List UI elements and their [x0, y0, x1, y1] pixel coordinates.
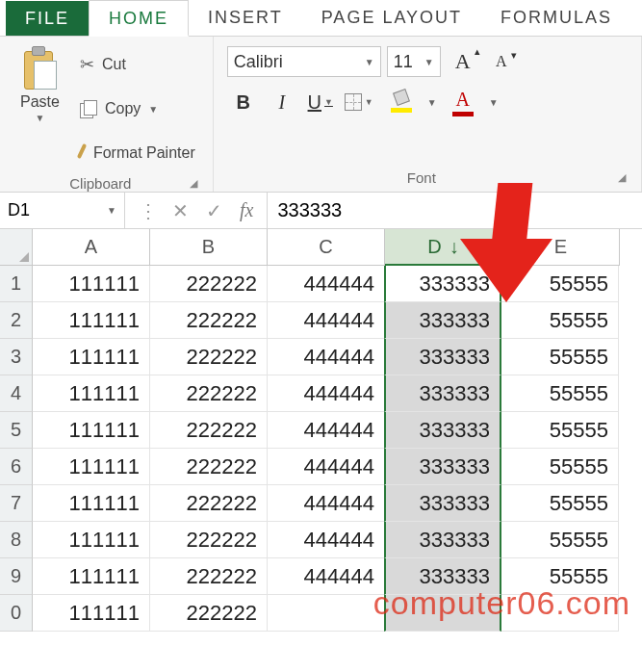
cell[interactable]: 444444	[268, 339, 385, 375]
spreadsheet-grid[interactable]: A B C D ↓ E 1111111222222444444333333555…	[0, 229, 642, 632]
borders-button[interactable]: ▼	[343, 87, 375, 117]
paste-button[interactable]: Paste ▼	[13, 42, 66, 171]
font-color-button[interactable]: A	[443, 87, 483, 117]
cell[interactable]: 222222	[150, 558, 268, 595]
cell[interactable]: 111111	[33, 595, 150, 632]
dialog-launcher-icon[interactable]: ◢	[188, 175, 199, 192]
cell[interactable]: 333333	[384, 449, 501, 485]
cell[interactable]	[268, 595, 385, 632]
cell[interactable]: 222222	[150, 595, 268, 632]
cell[interactable]: 444444	[268, 302, 385, 339]
copy-button[interactable]: Copy ▼	[76, 90, 199, 127]
cut-button[interactable]: Cut	[76, 46, 199, 83]
cell[interactable]: 222222	[150, 339, 268, 375]
cell[interactable]: 222222	[150, 449, 268, 485]
cell[interactable]: 55555	[501, 449, 619, 485]
cell[interactable]: 444444	[268, 449, 385, 485]
fx-icon[interactable]: fx	[240, 199, 253, 221]
cell[interactable]: 333333	[384, 375, 501, 412]
more-icon: ⋮	[139, 199, 155, 222]
cell[interactable]: 333333	[384, 558, 501, 595]
format-painter-button[interactable]: Format Painter	[76, 135, 199, 171]
cell[interactable]: 222222	[150, 375, 268, 412]
cell[interactable]: 55555	[501, 375, 619, 412]
name-box[interactable]: D1 ▼	[0, 193, 125, 228]
font-name-combo[interactable]: Calibri ▼	[227, 46, 381, 77]
column-header-b[interactable]: B	[150, 229, 268, 266]
cell[interactable]: 444444	[268, 412, 385, 449]
cell[interactable]: 111111	[33, 449, 150, 485]
cell[interactable]: 444444	[268, 522, 385, 558]
cell[interactable]: 111111	[33, 302, 150, 339]
row-header[interactable]: 2	[0, 302, 33, 339]
tab-home[interactable]: HOME	[89, 0, 189, 37]
cell[interactable]: 55555	[501, 266, 619, 302]
grow-font-button[interactable]: A▴	[447, 46, 479, 77]
enter-icon[interactable]	[206, 199, 222, 222]
cell[interactable]: 333333	[384, 302, 501, 339]
row-header[interactable]: 7	[0, 485, 33, 522]
cell[interactable]: 222222	[150, 266, 268, 302]
cell[interactable]: 444444	[268, 485, 385, 522]
cell[interactable]: 444444	[268, 375, 385, 412]
chevron-down-icon: ▼	[424, 57, 434, 67]
row-header[interactable]: 9	[0, 558, 33, 595]
cell[interactable]: 55555	[501, 412, 619, 449]
cell[interactable]	[501, 595, 619, 632]
cell[interactable]: 111111	[33, 558, 150, 595]
column-header-d[interactable]: D ↓	[385, 229, 502, 266]
row-header[interactable]: 8	[0, 522, 33, 558]
select-all-corner[interactable]	[0, 229, 33, 266]
row-header[interactable]: 1	[0, 266, 33, 302]
tab-page-layout[interactable]: PAGE LAYOUT	[302, 0, 481, 36]
chevron-down-icon[interactable]: ▼	[489, 97, 499, 108]
dialog-launcher-icon[interactable]: ◢	[616, 169, 628, 186]
cell[interactable]: 55555	[501, 558, 619, 595]
table-row: 0111111222222	[0, 595, 642, 632]
shrink-font-button[interactable]: A▾	[485, 46, 518, 77]
row-header[interactable]: 6	[0, 449, 33, 485]
cell[interactable]: 111111	[33, 412, 150, 449]
row-header[interactable]: 4	[0, 375, 33, 412]
cell[interactable]: 444444	[268, 558, 385, 595]
tab-formulas[interactable]: FORMULAS	[481, 0, 631, 36]
bold-button[interactable]: B	[227, 87, 260, 117]
tab-insert[interactable]: INSERT	[189, 0, 302, 36]
cell[interactable]: 111111	[33, 266, 150, 302]
row-header[interactable]: 3	[0, 339, 33, 375]
cell[interactable]: 55555	[501, 522, 619, 558]
tab-file[interactable]: FILE	[6, 1, 89, 36]
cell[interactable]: 333333	[384, 339, 501, 375]
chevron-down-icon: ▼	[365, 57, 374, 67]
cell[interactable]: 333333	[384, 266, 501, 302]
cell[interactable]: 55555	[501, 485, 619, 522]
formula-input[interactable]: 333333	[268, 193, 642, 228]
cancel-icon[interactable]: ✕	[172, 199, 189, 222]
cell[interactable]: 111111	[33, 375, 150, 412]
italic-button[interactable]: I	[266, 87, 298, 117]
row-header[interactable]: 0	[0, 595, 33, 632]
cell[interactable]: 222222	[150, 412, 268, 449]
font-size-combo[interactable]: 11 ▼	[387, 46, 441, 77]
fill-color-button[interactable]	[381, 87, 422, 117]
cell[interactable]: 333333	[384, 485, 501, 522]
row-header[interactable]: 5	[0, 412, 33, 449]
column-header-c[interactable]: C	[268, 229, 385, 266]
cell[interactable]: 111111	[33, 339, 150, 375]
cell[interactable]: 222222	[150, 522, 268, 558]
cell[interactable]: 222222	[150, 485, 268, 522]
cell[interactable]: 222222	[150, 302, 268, 339]
table-row: 311111122222244444433333355555	[0, 339, 642, 375]
cell[interactable]: 333333	[384, 412, 501, 449]
cell[interactable]: 333333	[384, 522, 501, 558]
cell[interactable]: 55555	[501, 339, 619, 375]
column-header-a[interactable]: A	[33, 229, 150, 266]
cell[interactable]: 111111	[33, 522, 150, 558]
underline-button[interactable]: U▼	[304, 87, 337, 117]
cell[interactable]	[384, 595, 501, 632]
cell[interactable]: 55555	[501, 302, 619, 339]
chevron-down-icon[interactable]: ▼	[427, 97, 437, 108]
cell[interactable]: 111111	[33, 485, 150, 522]
cell[interactable]: 444444	[268, 266, 385, 302]
column-header-e[interactable]: E	[502, 229, 620, 266]
